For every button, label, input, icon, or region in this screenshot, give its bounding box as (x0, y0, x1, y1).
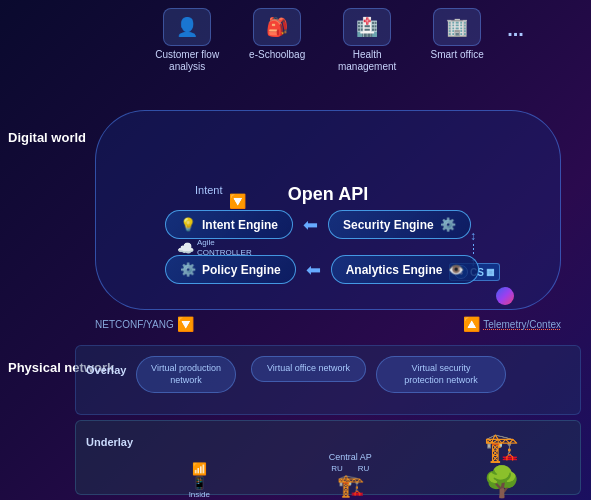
agile-cloud-icon: ☁️ (177, 240, 194, 256)
netconf-label: NETCONF/YANG 🔽 (95, 316, 194, 332)
ru-label-2: RU (358, 464, 370, 473)
virtual-cloud-security: Virtual securityprotection network (376, 356, 506, 393)
security-engine-icon: ⚙️ (440, 217, 456, 232)
netconf-telemetry-row: NETCONF/YANG 🔽 🔼 Telemetry/Contex (75, 316, 581, 332)
app-icon-customer-flow: 👤 Customer flow analysis (147, 8, 227, 73)
intent-engine-label: Intent Engine (202, 218, 278, 232)
tree-icon: 🌳 (483, 464, 520, 499)
smart-office-icon-box: 🏢 (433, 8, 481, 46)
virtual-cloud-office: Virtual office network (251, 356, 366, 382)
midsize-campus-item: Central AP RU RU 🏗️ Midsize campus (316, 452, 385, 500)
policy-arrow-left: ⬅ (306, 259, 321, 281)
agile-line1: Agile (197, 238, 252, 248)
physical-world-area: Overlay Virtual productionnetwork Virtua… (75, 340, 581, 495)
analytics-engine-box: Analytics Engine 👁️ (331, 255, 480, 284)
intent-engine-icon: 💡 (180, 217, 196, 232)
central-ap-label: Central AP (329, 452, 372, 462)
cs-grid-icon: ▦ (486, 267, 495, 277)
tower-icon: 🏗️ (484, 431, 519, 464)
overlay-section: Overlay Virtual productionnetwork Virtua… (75, 345, 581, 415)
overlay-label: Overlay (86, 364, 126, 376)
telemetry-label: 🔼 Telemetry/Contex (463, 316, 561, 332)
customer-flow-label: Customer flow analysis (147, 49, 227, 73)
wifi-icon: 📶 (192, 462, 207, 476)
building-icon: 🏗️ (337, 473, 364, 499)
app-icon-health: 🏥 Health management (327, 8, 407, 73)
policy-engine-label: Policy Engine (202, 263, 281, 277)
app-icon-smart-office: 🏢 Smart office (417, 8, 497, 61)
smart-office-label: Smart office (431, 49, 484, 61)
more-apps-dots: ... (507, 8, 524, 41)
app-icons-row: 👤 Customer flow analysis 🎒 e-Schoolbag 🏥… (80, 0, 591, 73)
inside-label: Inside (189, 490, 210, 499)
vert-line (473, 244, 474, 254)
policy-engine-row: ⚙️ Policy Engine ⬅ Analytics Engine 👁️ (165, 255, 479, 284)
large-campus-item: 🏗️ 🌳 Large campus (471, 431, 532, 500)
customer-flow-icon-box: 👤 (163, 8, 211, 46)
underlay-section: Underlay 📶 📱 Inside Small campus Central… (75, 420, 581, 495)
ru-row: RU RU (331, 464, 369, 473)
health-label: Health management (327, 49, 407, 73)
schoolbag-label: e-Schoolbag (249, 49, 305, 61)
digital-world-area: Intent 🔽 Open API 💡 Intent Engine ⬅ Secu… (75, 90, 581, 310)
policy-engine-box: ⚙️ Policy Engine (165, 255, 296, 284)
ru-label-1: RU (331, 464, 343, 473)
app-icon-schoolbag: 🎒 e-Schoolbag (237, 8, 317, 61)
intent-label: Intent (195, 184, 223, 196)
netconf-down-arrow: 🔽 (177, 316, 194, 332)
campus-container: 📶 📱 Inside Small campus Central AP RU RU… (126, 431, 575, 500)
intent-engine-row: 💡 Intent Engine ⬅ Security Engine ⚙️ (165, 210, 471, 239)
security-engine-label: Security Engine (343, 218, 434, 232)
policy-engine-icon: ⚙️ (180, 262, 196, 277)
svg-point-0 (496, 287, 514, 305)
telemetry-text: Telemetry/Contex (483, 319, 561, 330)
intent-engine-box: 💡 Intent Engine (165, 210, 293, 239)
gradient-circle-icon (495, 286, 515, 306)
health-icon-box: 🏥 (343, 8, 391, 46)
device-icon: 📱 (192, 476, 207, 490)
security-engine-box: Security Engine ⚙️ (328, 210, 471, 239)
intent-down-arrow: 🔽 (229, 193, 246, 209)
schoolbag-icon-box: 🎒 (253, 8, 301, 46)
midsize-campus-icons: Central AP RU RU 🏗️ (329, 452, 372, 499)
virtual-cloud-production: Virtual productionnetwork (136, 356, 236, 393)
small-campus-item: 📶 📱 Inside Small campus (169, 462, 230, 500)
intent-arrow-left: ⬅ (303, 214, 318, 236)
analytics-engine-icon: 👁️ (448, 262, 464, 277)
small-campus-icons: 📶 📱 Inside (189, 462, 210, 499)
analytics-engine-label: Analytics Engine (346, 263, 443, 277)
open-api-title: Open API (288, 184, 368, 205)
large-campus-icons: 🏗️ 🌳 (483, 431, 520, 499)
telemetry-up-arrow: 🔼 (463, 316, 480, 332)
